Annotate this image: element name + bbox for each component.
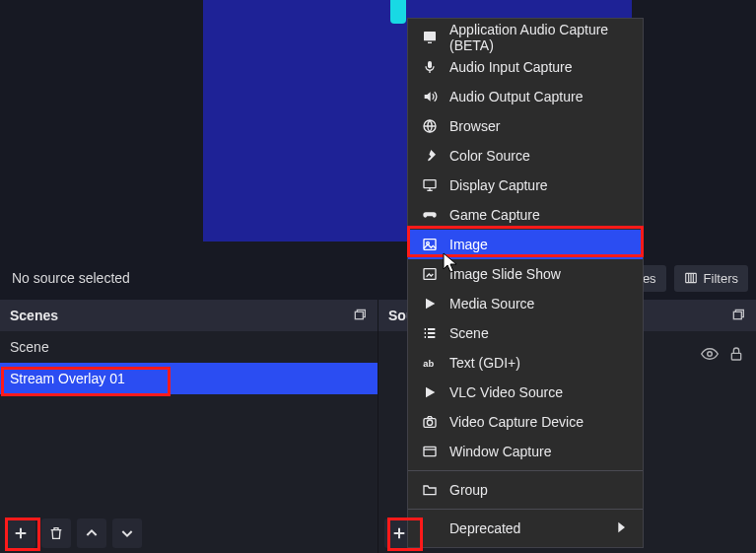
plus-icon bbox=[13, 525, 29, 541]
play-icon bbox=[422, 296, 438, 311]
svg-rect-34 bbox=[424, 447, 436, 455]
menu-item-scene[interactable]: Scene bbox=[408, 318, 643, 348]
filters-icon bbox=[684, 271, 698, 285]
move-scene-down-button[interactable] bbox=[112, 518, 142, 548]
svg-rect-14 bbox=[428, 42, 432, 43]
svg-marker-31 bbox=[426, 387, 435, 398]
menu-item-label: Group bbox=[449, 482, 488, 498]
menu-item-label: Audio Output Capture bbox=[449, 89, 583, 104]
svg-rect-8 bbox=[733, 311, 741, 318]
menu-item-label: Deprecated bbox=[449, 520, 520, 536]
preview-art bbox=[390, 0, 406, 24]
scene-item-label: Scene bbox=[10, 339, 49, 355]
menu-item-label: Video Capture Device bbox=[449, 414, 584, 430]
chevron-down-icon bbox=[119, 525, 135, 541]
folder-icon bbox=[422, 482, 438, 498]
undock-icon[interactable] bbox=[730, 307, 746, 325]
text-icon: ab bbox=[422, 355, 438, 371]
svg-rect-5 bbox=[355, 311, 363, 318]
window-icon bbox=[422, 444, 438, 459]
move-scene-up-button[interactable] bbox=[77, 518, 106, 548]
menu-item-image[interactable]: Image bbox=[408, 230, 643, 259]
menu-item-media-source[interactable]: Media Source bbox=[408, 289, 643, 318]
remove-scene-button[interactable] bbox=[41, 518, 71, 548]
menu-separator bbox=[408, 470, 643, 471]
plus-icon bbox=[391, 525, 407, 541]
menu-item-window-capture[interactable]: Window Capture bbox=[408, 437, 643, 466]
scene-item-scene[interactable]: Scene bbox=[0, 331, 378, 363]
trash-icon bbox=[48, 525, 64, 541]
menu-item-label: Text (GDI+) bbox=[449, 355, 520, 371]
status-text: No source selected bbox=[8, 270, 130, 286]
menu-item-label: Game Capture bbox=[449, 207, 540, 223]
menu-item-audio-output[interactable]: Audio Output Capture bbox=[408, 82, 643, 111]
scenes-footer bbox=[0, 514, 378, 553]
brush-icon bbox=[422, 148, 438, 164]
globe-icon bbox=[422, 118, 438, 134]
svg-marker-23 bbox=[426, 299, 435, 310]
scenes-title: Scenes bbox=[10, 308, 58, 323]
svg-point-33 bbox=[427, 420, 432, 425]
scenes-header: Scenes bbox=[0, 300, 378, 331]
svg-rect-15 bbox=[428, 61, 432, 68]
mic-icon bbox=[422, 59, 438, 75]
chevron-up-icon bbox=[84, 525, 100, 541]
image-icon bbox=[422, 237, 438, 252]
menu-item-label: Browser bbox=[449, 118, 500, 134]
menu-item-deprecated[interactable]: Deprecated bbox=[408, 514, 643, 543]
menu-item-audio-input[interactable]: Audio Input Capture bbox=[408, 52, 643, 82]
scene-item-stream-overlay-01[interactable]: Stream Overlay 01 bbox=[0, 363, 378, 394]
menu-item-browser[interactable]: Browser bbox=[408, 111, 643, 141]
svg-point-9 bbox=[708, 352, 713, 357]
scene-item-label: Stream Overlay 01 bbox=[10, 371, 125, 386]
eye-icon[interactable] bbox=[701, 345, 719, 366]
svg-rect-20 bbox=[424, 240, 436, 250]
menu-item-game-capture[interactable]: Game Capture bbox=[408, 200, 643, 230]
menu-item-color-source[interactable]: Color Source bbox=[408, 141, 643, 171]
speaker-icon bbox=[422, 89, 438, 104]
menu-item-label: Audio Input Capture bbox=[449, 59, 573, 75]
undock-icon[interactable] bbox=[352, 307, 368, 325]
menu-item-label: Image Slide Show bbox=[449, 266, 561, 282]
menu-item-display-capture[interactable]: Display Capture bbox=[408, 171, 643, 200]
lock-icon[interactable] bbox=[728, 346, 744, 365]
svg-marker-36 bbox=[618, 521, 625, 532]
menu-item-label: Image bbox=[449, 237, 488, 252]
menu-separator bbox=[408, 509, 643, 510]
menu-item-video-capture[interactable]: Video Capture Device bbox=[408, 407, 643, 437]
svg-rect-17 bbox=[424, 180, 436, 188]
slideshow-icon bbox=[422, 266, 438, 282]
gamepad-icon bbox=[422, 207, 438, 223]
menu-item-text-gdi[interactable]: ab Text (GDI+) bbox=[408, 348, 643, 378]
monitor-icon bbox=[422, 177, 438, 193]
menu-item-vlc[interactable]: VLC Video Source bbox=[408, 378, 643, 407]
filters-button-label: Filters bbox=[704, 271, 738, 286]
app-audio-icon bbox=[422, 30, 438, 45]
menu-item-image-slideshow[interactable]: Image Slide Show bbox=[408, 259, 643, 289]
scenes-list: Scene Stream Overlay 01 bbox=[0, 331, 378, 514]
list-icon bbox=[422, 325, 438, 341]
menu-item-label: Display Capture bbox=[449, 177, 548, 193]
menu-item-label: Media Source bbox=[449, 296, 534, 311]
scenes-panel: Scenes Scene Stream Overlay 01 bbox=[0, 300, 378, 553]
chevron-right-icon bbox=[613, 519, 629, 538]
menu-item-app-audio[interactable]: Application Audio Capture (BETA) bbox=[408, 23, 643, 52]
add-scene-button[interactable] bbox=[6, 518, 35, 548]
menu-item-label: Scene bbox=[449, 325, 489, 341]
menu-item-label: VLC Video Source bbox=[449, 384, 563, 400]
svg-rect-10 bbox=[731, 353, 740, 360]
filters-button[interactable]: Filters bbox=[674, 265, 748, 292]
menu-item-group[interactable]: Group bbox=[408, 475, 643, 505]
menu-item-label: Window Capture bbox=[449, 444, 552, 459]
camera-icon bbox=[422, 414, 438, 430]
add-source-context-menu: Application Audio Capture (BETA) Audio I… bbox=[407, 18, 644, 548]
play-icon bbox=[422, 384, 438, 400]
svg-text:ab: ab bbox=[423, 359, 434, 369]
svg-rect-13 bbox=[424, 32, 436, 40]
menu-item-label: Color Source bbox=[449, 148, 530, 164]
menu-item-label: Application Audio Capture (BETA) bbox=[449, 22, 629, 53]
